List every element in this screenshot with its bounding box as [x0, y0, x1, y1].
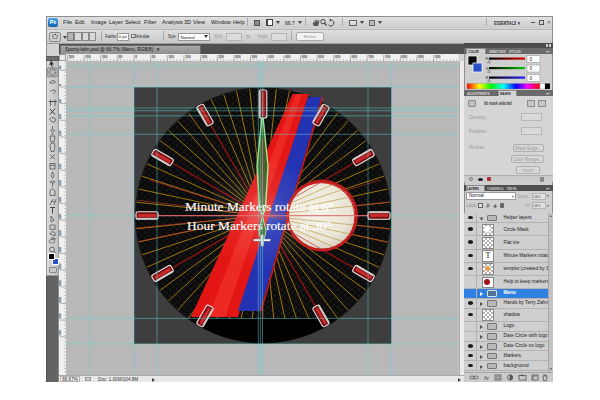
svg-text:500: 500	[59, 247, 62, 253]
svg-text:fx: fx	[484, 375, 490, 381]
svg-text:450: 450	[59, 230, 62, 236]
svg-text:200: 200	[59, 147, 62, 153]
svg-text:100: 100	[169, 55, 175, 59]
svg-text:500: 500	[302, 55, 308, 59]
svg-text:700: 700	[59, 314, 62, 320]
svg-text:250: 250	[218, 55, 224, 59]
svg-text:700: 700	[368, 55, 374, 59]
svg-text:Minute Markers rotate at 6°.: Minute Markers rotate at 6°.	[185, 199, 337, 214]
svg-text:300: 300	[59, 180, 62, 186]
svg-text:750: 750	[59, 330, 62, 336]
svg-text:50: 50	[59, 99, 62, 103]
svg-text:B: B	[486, 75, 489, 80]
svg-text:550: 550	[59, 264, 62, 270]
svg-text:150: 150	[185, 55, 191, 59]
svg-text:Hour Markers rotate at 30°.: Hour Markers rotate at 30°.	[187, 218, 335, 233]
svg-text:750: 750	[385, 55, 391, 59]
svg-text:850: 850	[418, 55, 424, 59]
svg-text:150: 150	[85, 55, 91, 59]
svg-text:300: 300	[235, 55, 241, 59]
svg-text:50: 50	[119, 55, 123, 59]
svg-text:50: 50	[59, 66, 62, 70]
svg-text:200: 200	[202, 55, 208, 59]
svg-text:550: 550	[318, 55, 324, 59]
svg-text:350: 350	[252, 55, 258, 59]
svg-text:400: 400	[268, 55, 274, 59]
svg-text:800: 800	[402, 55, 408, 59]
svg-text:100: 100	[102, 55, 108, 59]
svg-text:R: R	[486, 56, 489, 61]
svg-text:600: 600	[59, 280, 62, 286]
svg-text:200: 200	[69, 55, 75, 59]
svg-text:0: 0	[135, 55, 137, 59]
svg-text:900: 900	[435, 55, 441, 59]
svg-text:350: 350	[59, 197, 62, 203]
svg-text:150: 150	[59, 130, 62, 136]
svg-text:250: 250	[59, 164, 62, 170]
svg-text:650: 650	[59, 297, 62, 303]
svg-text:650: 650	[352, 55, 358, 59]
svg-text:450: 450	[285, 55, 291, 59]
svg-text:400: 400	[59, 214, 62, 220]
svg-text:50: 50	[152, 55, 156, 59]
svg-text:G: G	[486, 65, 489, 70]
svg-text:600: 600	[335, 55, 341, 59]
svg-text:100: 100	[59, 114, 62, 120]
svg-text:0: 0	[59, 84, 62, 86]
